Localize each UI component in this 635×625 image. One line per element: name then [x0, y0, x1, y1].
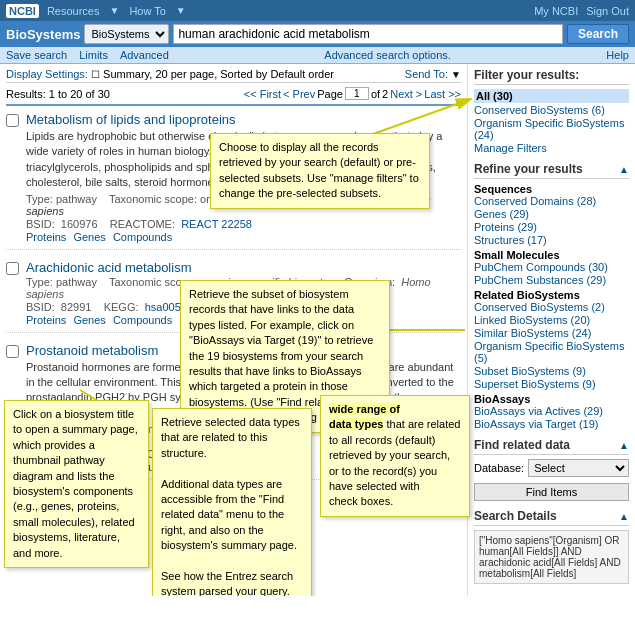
filter-conserved-link[interactable]: Conserved BioSystems (6)	[474, 104, 629, 116]
result-checkbox[interactable]	[6, 114, 19, 127]
of-label: of	[371, 88, 380, 100]
send-to-area: Send To: ▼	[405, 68, 461, 80]
tooltip-wide-range: wide range ofdata types that are related…	[320, 395, 470, 517]
database-filter: Database: Select	[474, 459, 629, 477]
pubchem-compounds-link[interactable]: PubChem Compounds (30)	[474, 261, 629, 273]
tooltip-selected: Retrieve selected data types that are re…	[152, 408, 312, 596]
find-items-button[interactable]: Find Items	[474, 483, 629, 501]
refine-toggle[interactable]: ▲	[619, 164, 629, 175]
sequences-label: Sequences	[474, 183, 532, 195]
database-select[interactable]: BioSystems	[84, 24, 169, 44]
display-settings-link[interactable]: Display Settings:	[6, 68, 88, 80]
search-button[interactable]: Search	[567, 24, 629, 44]
limits-link[interactable]: Limits	[79, 49, 108, 61]
page-input[interactable]	[345, 87, 369, 100]
result-title-link[interactable]: Arachidonic acid metabolism	[26, 260, 191, 275]
display-settings-label: Display Settings: ☐ Summary, 20 per page…	[6, 68, 334, 80]
bioassays-group: BioAssays BioAssays via Actives (29) Bio…	[474, 393, 629, 430]
kegg-label: KEGG:	[104, 301, 139, 313]
biosystems-label: BioSystems	[6, 27, 80, 42]
display-settings-checkbox[interactable]: ☐	[91, 69, 100, 80]
similar-biosystems-link[interactable]: Similar BioSystems (24)	[474, 327, 629, 339]
results-count: Results: 1 to 20 of 30	[6, 88, 110, 100]
resources-dropdown-icon[interactable]: ▼	[109, 5, 119, 17]
bioassays-target-link[interactable]: BioAssays via Target (19)	[474, 418, 629, 430]
conserved-biosystems-link[interactable]: Conserved BioSystems (2)	[474, 301, 629, 313]
result-title-link[interactable]: Metabolism of lipids and lipoproteins	[26, 112, 236, 127]
next-page-link[interactable]: Next >	[390, 88, 422, 100]
search-input[interactable]	[173, 24, 563, 44]
result-type: Type: pathway	[26, 193, 97, 205]
related-biosystems-label: Related BioSystems	[474, 289, 580, 301]
search-details-toggle[interactable]: ▲	[619, 511, 629, 522]
page-label: Page	[317, 88, 343, 100]
prev-page-link[interactable]: < Prev	[283, 88, 315, 100]
first-page-link[interactable]: << First	[244, 88, 281, 100]
subset-biosystems-link[interactable]: Subset BioSystems (9)	[474, 365, 629, 377]
resources-link[interactable]: Resources	[47, 5, 100, 17]
result-title-link[interactable]: Prostanoid metabolism	[26, 343, 158, 358]
howto-dropdown-icon[interactable]: ▼	[176, 5, 186, 17]
superset-biosystems-link[interactable]: Superset BioSystems (9)	[474, 378, 629, 390]
bsid-value: 160976	[61, 218, 98, 230]
find-related-title: Find related data ▲	[474, 438, 629, 455]
proteins-link[interactable]: Proteins	[26, 231, 66, 243]
sign-out-link[interactable]: Sign Out	[586, 5, 629, 17]
proteins-link[interactable]: Proteins	[26, 314, 66, 326]
result-bsid: BSID: 160976 REACTOME: REACT 22258	[26, 218, 461, 230]
search-bar: BioSystems BioSystems Search	[0, 21, 635, 47]
pubchem-substances-link[interactable]: PubChem Substances (29)	[474, 274, 629, 286]
header-user-nav: My NCBI Sign Out	[534, 5, 629, 17]
bioassays-actives-link[interactable]: BioAssays via Actives (29)	[474, 405, 629, 417]
filter-all-link[interactable]: All (30)	[474, 89, 629, 103]
filter-title: Filter your results:	[474, 68, 629, 85]
advanced-options-link[interactable]: Advanced search options.	[324, 49, 451, 61]
conserved-domains-link[interactable]: Conserved Domains (28)	[474, 195, 629, 207]
result-checkbox[interactable]	[6, 262, 19, 275]
genes-link[interactable]: Genes	[73, 231, 105, 243]
genes-link[interactable]: Genes	[73, 314, 105, 326]
filter-organism-link[interactable]: Organism Specific BioSystems (24)	[474, 117, 629, 141]
reactome-link[interactable]: REACT 22258	[181, 218, 252, 230]
reactome-label: REACTOME:	[110, 218, 175, 230]
structures-link[interactable]: Structures (17)	[474, 234, 629, 246]
total-pages: 2	[382, 88, 388, 100]
result-checkbox[interactable]	[6, 345, 19, 358]
result-checkbox-col	[6, 112, 22, 243]
search-details-section: Search Details ▲ ["Homo sapiens"[Organis…	[474, 509, 629, 584]
database-label: Database:	[474, 462, 524, 474]
linked-biosystems-link[interactable]: Linked BioSystems (20)	[474, 314, 629, 326]
display-settings-value: Summary, 20 per page, Sorted by Default …	[103, 68, 334, 80]
send-to-dropdown-icon[interactable]: ▼	[451, 69, 461, 80]
my-ncbi-link[interactable]: My NCBI	[534, 5, 578, 17]
tooltip-click-title: Click on a biosystem title to open a sum…	[4, 400, 149, 568]
results-bar: Results: 1 to 20 of 30 << First < Prev P…	[6, 87, 461, 100]
results-divider	[6, 104, 461, 106]
result-data-links: Proteins Genes Compounds	[26, 231, 461, 243]
find-related-section: Find related data ▲ Database: Select Fin…	[474, 438, 629, 501]
ncbi-logo: NCBI	[6, 3, 39, 18]
howto-link[interactable]: How To	[129, 5, 165, 17]
database-select[interactable]: Select	[528, 459, 629, 477]
proteins-link[interactable]: Proteins (29)	[474, 221, 629, 233]
search-details-text: ["Homo sapiens"[Organism] OR human[All F…	[474, 530, 629, 584]
advanced-link[interactable]: Advanced	[120, 49, 169, 61]
small-molecules-label: Small Molecules	[474, 249, 560, 261]
compounds-link[interactable]: Compounds	[113, 314, 172, 326]
bioassays-label: BioAssays	[474, 393, 530, 405]
genes-link[interactable]: Genes (29)	[474, 208, 629, 220]
refine-section: Refine your results ▲ Sequences Conserve…	[474, 162, 629, 430]
send-to-link[interactable]: Send To:	[405, 68, 448, 80]
organism-specific-link[interactable]: Organism Specific BioSystems (5)	[474, 340, 629, 364]
save-search-link[interactable]: Save search	[6, 49, 67, 61]
bsid-value: 82991	[61, 301, 92, 313]
header: NCBI Resources ▼ How To ▼ My NCBI Sign O…	[0, 0, 635, 21]
last-page-link[interactable]: Last >>	[424, 88, 461, 100]
result-type: Type: pathway	[26, 276, 97, 288]
help-link[interactable]: Help	[606, 49, 629, 61]
sidebar: Filter your results: All (30) Conserved …	[467, 64, 635, 596]
pagination: << First < Prev Page of 2 Next > Last >>	[244, 87, 461, 100]
find-related-toggle[interactable]: ▲	[619, 440, 629, 451]
compounds-link[interactable]: Compounds	[113, 231, 172, 243]
manage-filters-link[interactable]: Manage Filters	[474, 142, 629, 154]
